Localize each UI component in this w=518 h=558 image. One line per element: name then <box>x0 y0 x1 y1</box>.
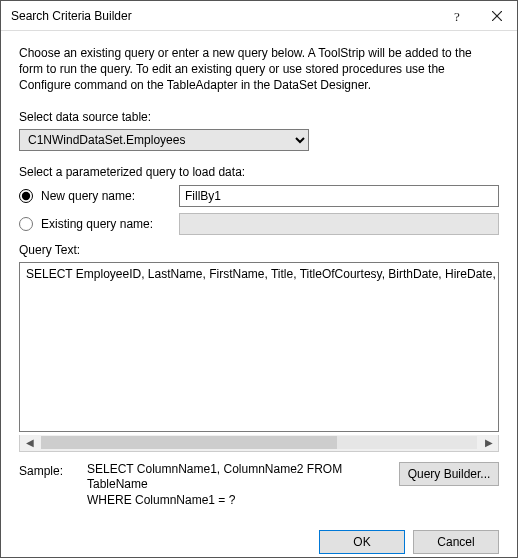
existing-query-row: Existing query name: <box>19 213 499 235</box>
existing-query-radio[interactable] <box>19 217 33 231</box>
help-icon: ? <box>451 10 463 22</box>
data-source-combo[interactable]: C1NWindDataSet.Employees <box>19 129 309 151</box>
existing-query-label: Existing query name: <box>41 217 179 231</box>
new-query-label: New query name: <box>41 189 179 203</box>
scroll-left-arrow-icon[interactable]: ◀ <box>22 437 37 448</box>
close-button[interactable] <box>477 1 517 31</box>
close-icon <box>492 11 502 21</box>
query-text-label: Query Text: <box>19 243 499 257</box>
new-query-name-input[interactable] <box>179 185 499 207</box>
scroll-track[interactable] <box>41 436 477 449</box>
new-query-row: New query name: <box>19 185 499 207</box>
new-query-radio[interactable] <box>19 189 33 203</box>
dialog-footer: OK Cancel <box>19 530 499 554</box>
sample-row: Sample: SELECT ColumnName1, ColumnName2 … <box>19 462 499 509</box>
horizontal-scrollbar[interactable]: ◀ ▶ <box>19 435 499 452</box>
ok-button[interactable]: OK <box>319 530 405 554</box>
title-bar: Search Criteria Builder ? <box>1 1 517 31</box>
query-text-wrap: ◀ ▶ <box>19 262 499 452</box>
query-builder-button[interactable]: Query Builder... <box>399 462 499 486</box>
help-button[interactable]: ? <box>437 1 477 31</box>
cancel-button[interactable]: Cancel <box>413 530 499 554</box>
existing-query-combo[interactable] <box>179 213 499 235</box>
dialog-content: Choose an existing query or enter a new … <box>1 31 517 558</box>
scroll-right-arrow-icon[interactable]: ▶ <box>481 437 496 448</box>
scroll-thumb[interactable] <box>41 436 337 449</box>
svg-text:?: ? <box>454 10 460 22</box>
sample-label: Sample: <box>19 462 77 478</box>
query-text-area[interactable] <box>19 262 499 432</box>
description-text: Choose an existing query or enter a new … <box>19 45 499 94</box>
param-query-label: Select a parameterized query to load dat… <box>19 165 499 179</box>
dialog-title: Search Criteria Builder <box>11 9 437 23</box>
sample-text: SELECT ColumnName1, ColumnName2 FROM Tab… <box>87 462 389 509</box>
data-source-label: Select data source table: <box>19 110 499 124</box>
